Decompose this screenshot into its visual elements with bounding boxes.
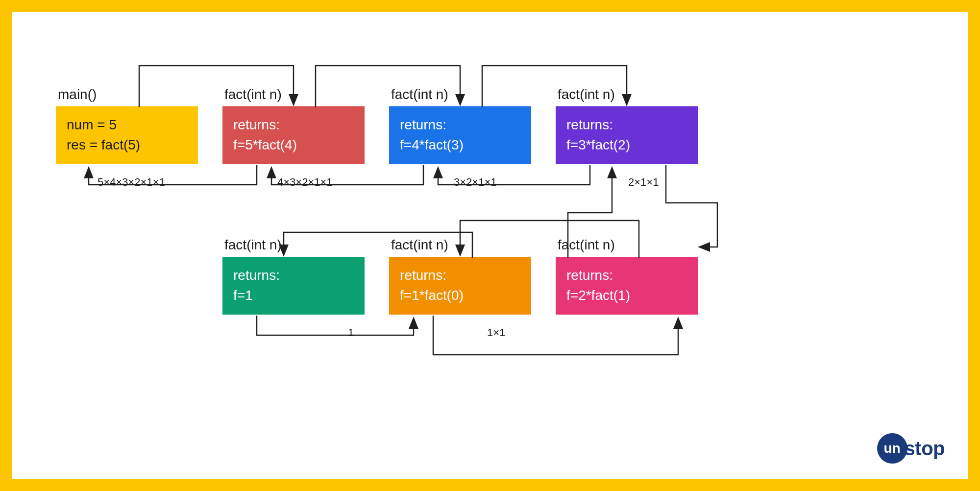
code-line: f=4*fact(3): [400, 135, 520, 155]
return-label: 5×4×3×2×1×1: [98, 176, 165, 189]
node-title: fact(int n): [389, 87, 531, 102]
node-fact5: fact(int n) returns: f=5*fact(4): [222, 87, 365, 164]
node-title: fact(int n): [222, 237, 365, 253]
code-line: num = 5: [67, 115, 187, 135]
node-body: num = 5 res = fact(5): [56, 106, 198, 164]
code-line: returns:: [400, 115, 520, 135]
node-body: returns: f=3*fact(2): [556, 106, 698, 164]
code-line: f=5*fact(4): [233, 135, 354, 155]
node-title: fact(int n): [222, 87, 365, 102]
return-label: 4×3×2×1×1: [277, 176, 333, 189]
return-label: 3×2×1×1: [454, 176, 496, 189]
node-title: fact(int n): [389, 237, 531, 253]
node-fact1: fact(int n) returns: f=1*fact(0): [389, 237, 531, 315]
return-arrow: [433, 316, 678, 355]
code-line: returns:: [233, 115, 354, 135]
code-line: returns:: [400, 266, 520, 286]
code-line: f=2*fact(1): [566, 286, 687, 306]
diagram-frame: main() num = 5 res = fact(5) fact(int n)…: [0, 0, 980, 491]
code-line: f=3*fact(2): [566, 135, 687, 155]
return-arrow: [257, 316, 414, 335]
logo-circle: un: [877, 433, 907, 464]
node-title: main(): [56, 87, 198, 102]
call-arrow: [666, 165, 717, 247]
node-main: main() num = 5 res = fact(5): [56, 87, 198, 164]
logo-text: stop: [905, 438, 945, 460]
code-line: res = fact(5): [67, 135, 187, 155]
return-label: 1: [348, 326, 354, 339]
brand-logo: un stop: [877, 433, 945, 464]
return-label: 1×1: [487, 326, 505, 339]
node-fact3: fact(int n) returns: f=3*fact(2): [556, 87, 698, 164]
code-line: returns:: [566, 266, 687, 286]
node-body: returns: f=1*fact(0): [389, 257, 531, 315]
node-body: returns: f=5*fact(4): [222, 106, 365, 164]
node-body: returns: f=2*fact(1): [556, 257, 698, 315]
code-line: f=1: [233, 286, 354, 306]
code-line: f=1*fact(0): [400, 286, 520, 306]
node-body: returns: f=4*fact(3): [389, 106, 531, 164]
node-fact0: fact(int n) returns: f=1: [222, 237, 365, 315]
return-label: 2×1×1: [628, 176, 659, 189]
code-line: returns:: [566, 115, 687, 135]
node-body: returns: f=1: [222, 257, 365, 315]
node-title: fact(int n): [556, 87, 698, 102]
node-fact2: fact(int n) returns: f=2*fact(1): [556, 237, 698, 315]
node-title: fact(int n): [556, 237, 698, 253]
code-line: returns:: [233, 266, 354, 286]
node-fact4: fact(int n) returns: f=4*fact(3): [389, 87, 531, 164]
